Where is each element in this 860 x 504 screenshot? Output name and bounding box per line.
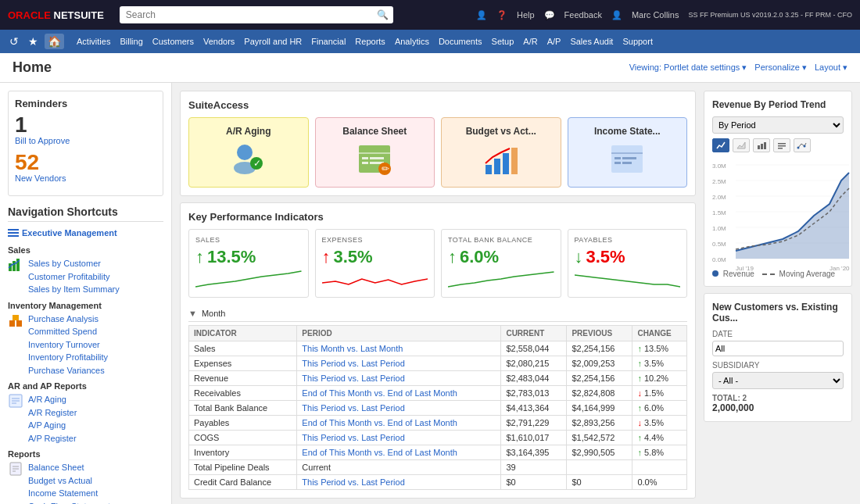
nav-analytics[interactable]: Analytics <box>390 30 434 53</box>
portlet-settings-link[interactable]: Viewing: Portlet date settings ▾ <box>629 63 747 73</box>
chart-type-area[interactable] <box>733 138 750 152</box>
subsidiary-select[interactable]: - All - <box>712 372 844 389</box>
reminder-count-2: 52 <box>15 152 156 173</box>
cell-period: This Period vs. Last Period <box>297 371 501 386</box>
svg-rect-34 <box>615 162 621 164</box>
nav-billing[interactable]: Billing <box>115 30 147 53</box>
suite-tile-ar-aging[interactable]: A/R Aging ✓ <box>188 117 309 188</box>
svg-rect-28 <box>503 153 509 174</box>
reports-category: Reports <box>8 449 163 459</box>
cell-indicator: Receivables <box>189 386 297 401</box>
sales-by-item-link[interactable]: Sales by Item Summary <box>28 283 120 296</box>
customer-profitability-link[interactable]: Customer Profitability <box>28 270 120 284</box>
home-icon[interactable]: 🏠 <box>45 34 64 49</box>
svg-point-43 <box>804 145 806 148</box>
total-label: TOTAL: 2 <box>712 394 844 402</box>
kpi-card-label-sales: SALES <box>195 236 302 244</box>
sales-links: Sales by Customer Customer Profitability… <box>28 257 120 296</box>
ar-aging-link[interactable]: A/R Aging <box>28 393 77 406</box>
search-icon: 🔍 <box>377 9 389 20</box>
cell-indicator: Total Pipeline Deals <box>189 460 297 475</box>
period-select[interactable]: By Period By Quarter By Year <box>712 116 844 134</box>
svg-text:0.0M: 0.0M <box>712 256 726 263</box>
nav-payroll[interactable]: Payroll and HR <box>239 30 306 53</box>
cell-current: $2,783,013 <box>501 386 567 401</box>
svg-text:0.5M: 0.5M <box>712 241 726 248</box>
svg-text:3.0M: 3.0M <box>712 163 726 170</box>
kpi-table-row: Payables End of This Month vs. End of La… <box>189 416 687 431</box>
nav-documents[interactable]: Documents <box>434 30 487 53</box>
inventory-turnover-link[interactable]: Inventory Turnover <box>28 338 108 352</box>
feedback-link[interactable]: Feedback <box>564 10 602 20</box>
cell-indicator: Revenue <box>189 371 297 386</box>
star-icon[interactable]: ★ <box>25 34 41 49</box>
kpi-table-row: Total Bank Balance This Period vs. Last … <box>189 401 687 416</box>
cell-previous: $0 <box>567 475 632 490</box>
cell-current: $2,791,229 <box>501 416 567 431</box>
cell-previous: $2,254,156 <box>567 341 632 356</box>
arrow-down: ↓ <box>637 388 642 398</box>
ar-ap-sub-item: A/R Aging A/R Register A/P Aging A/P Reg… <box>8 393 163 445</box>
kpi-card-value-payables: ↓ 3.5% <box>575 247 681 267</box>
balance-sheet-link[interactable]: Balance Sheet <box>28 461 110 474</box>
svg-rect-37 <box>761 144 763 149</box>
nav-customers[interactable]: Customers <box>148 30 199 53</box>
cell-indicator: Inventory <box>189 445 297 460</box>
layout-link[interactable]: Layout ▾ <box>815 63 847 73</box>
suite-tile-balance[interactable]: Balance Sheet ✏ <box>315 117 435 188</box>
filter-icon[interactable]: ▼ <box>188 309 197 318</box>
date-input[interactable] <box>712 341 844 356</box>
nav-reports[interactable]: Reports <box>350 30 390 53</box>
refresh-icon[interactable]: ↺ <box>6 34 22 49</box>
th-period: PERIOD <box>297 326 501 341</box>
cell-period: This Period vs. Last Period <box>297 431 501 445</box>
exec-management-link[interactable]: Executive Management <box>22 228 117 238</box>
chart-type-line[interactable] <box>712 138 729 152</box>
income-statement-link[interactable]: Income Statement <box>28 487 110 500</box>
th-previous: PREVIOUS <box>567 326 632 341</box>
svg-rect-5 <box>13 315 19 320</box>
committed-spend-link[interactable]: Committed Spend <box>28 325 108 338</box>
notifications-icon[interactable]: 👤 <box>476 10 487 20</box>
sales-icon <box>8 257 23 273</box>
reports-links: Balance Sheet Budget vs Actual Income St… <box>28 461 110 504</box>
reminder-link-2[interactable]: New Vendors <box>15 173 156 183</box>
purchase-variances-link[interactable]: Purchase Variances <box>28 364 108 377</box>
page-header-controls: Viewing: Portlet date settings ▾ Persona… <box>629 63 847 73</box>
search-input[interactable] <box>120 6 393 23</box>
suite-tile-income[interactable]: Income State... <box>568 117 688 188</box>
ar-register-link[interactable]: A/R Register <box>28 406 77 420</box>
top-bar-right: 👤 ❓ Help 💬 Feedback 👤 Marc Collins SS FF… <box>476 10 852 20</box>
sales-by-customer-link[interactable]: Sales by Customer <box>28 257 120 270</box>
purchase-analysis-link[interactable]: Purchase Analysis <box>28 313 108 326</box>
suite-tile-budget[interactable]: Budget vs Act... <box>441 117 561 188</box>
nav-activities[interactable]: Activities <box>72 30 115 53</box>
nav-ar[interactable]: A/R <box>518 30 542 53</box>
chart-type-data[interactable] <box>773 138 790 152</box>
svg-rect-35 <box>622 162 632 164</box>
budget-actual-link[interactable]: Budget vs Actual <box>28 474 110 488</box>
nav-support[interactable]: Support <box>618 30 658 53</box>
reminder-link-1[interactable]: Bill to Approve <box>15 136 156 145</box>
nav-sales-audit[interactable]: Sales Audit <box>565 30 618 53</box>
nav-setup[interactable]: Setup <box>487 30 519 53</box>
cell-period: This Month vs. Last Month <box>297 341 501 356</box>
chart-type-bar[interactable] <box>753 138 770 152</box>
cashflow-link[interactable]: Cash Flow Statement <box>28 500 110 505</box>
revenue-chart: 3.0M 2.5M 2.0M 1.5M 1.0M 0.5M 0.0M <box>712 157 844 266</box>
ap-aging-link[interactable]: A/P Aging <box>28 419 77 432</box>
nav-icons: ↺ ★ 🏠 <box>6 34 64 49</box>
nav-financial[interactable]: Financial <box>306 30 350 53</box>
nav-ap[interactable]: A/P <box>543 30 566 53</box>
inventory-profitability-link[interactable]: Inventory Profitability <box>28 351 108 364</box>
kpi-card-expenses: EXPENSES ↑ 3.5% <box>315 229 435 298</box>
ap-register-link[interactable]: A/P Register <box>28 432 77 445</box>
nav-vendors[interactable]: Vendors <box>199 30 239 53</box>
chart-type-line2[interactable] <box>794 138 811 152</box>
cell-previous: $2,990,505 <box>567 445 632 460</box>
user-icon: 👤 <box>611 10 622 20</box>
suite-tile-icon-income <box>607 141 647 179</box>
feedback-icon: 💬 <box>544 10 555 20</box>
personalize-link[interactable]: Personalize ▾ <box>754 63 807 73</box>
help-link[interactable]: Help <box>517 10 535 20</box>
